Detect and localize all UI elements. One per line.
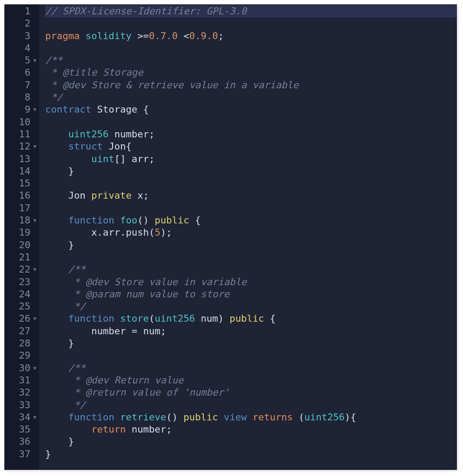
- code-token: return: [91, 424, 132, 435]
- line-number[interactable]: 37▼: [4, 448, 37, 460]
- code-line[interactable]: * @dev Store value in variable: [45, 276, 457, 288]
- code-line[interactable]: [45, 177, 457, 190]
- line-number[interactable]: 7▼: [4, 79, 37, 91]
- line-number[interactable]: 24▼: [4, 288, 37, 300]
- code-line[interactable]: /**: [45, 263, 457, 276]
- line-number-text: 15: [16, 177, 32, 190]
- code-line[interactable]: pragma solidity >=0.7.0 <0.9.0;: [45, 30, 457, 42]
- code-line[interactable]: [45, 251, 457, 263]
- line-number[interactable]: 36▼: [4, 436, 37, 448]
- code-line[interactable]: function foo() public {: [45, 214, 457, 226]
- code-line[interactable]: return number;: [45, 423, 457, 436]
- fold-toggle-icon[interactable]: ▼: [32, 214, 37, 226]
- code-line[interactable]: uint256 number;: [45, 128, 457, 140]
- code-line[interactable]: uint[] arr;: [45, 153, 457, 165]
- code-token: uint256: [155, 313, 201, 324]
- line-number[interactable]: 26▼: [4, 313, 37, 325]
- line-number[interactable]: 34▼: [4, 411, 37, 423]
- code-line[interactable]: /**: [45, 54, 457, 67]
- line-number[interactable]: 2▼: [4, 17, 37, 30]
- code-line[interactable]: }: [45, 436, 457, 448]
- code-line[interactable]: number = num;: [45, 325, 457, 337]
- line-number[interactable]: 33▼: [4, 399, 37, 411]
- line-number[interactable]: 11▼: [4, 128, 37, 140]
- line-number-text: 6: [16, 67, 32, 79]
- code-token: [45, 141, 68, 152]
- line-number[interactable]: 10▼: [4, 116, 37, 128]
- fold-toggle-icon[interactable]: ▼: [32, 411, 37, 423]
- line-number[interactable]: 12▼: [4, 140, 37, 153]
- line-number[interactable]: 25▼: [4, 300, 37, 313]
- line-number[interactable]: 5▼: [4, 54, 37, 67]
- code-token: uint: [91, 153, 114, 164]
- fold-toggle-icon[interactable]: ▼: [32, 54, 37, 67]
- code-line[interactable]: }: [45, 239, 457, 251]
- line-number[interactable]: 15▼: [4, 177, 37, 190]
- code-token: struct: [68, 141, 109, 152]
- line-number[interactable]: 3▼: [4, 30, 37, 42]
- code-token: number;: [132, 424, 172, 435]
- line-number-text: 29: [16, 350, 32, 362]
- code-line[interactable]: * @title Storage: [45, 67, 457, 79]
- fold-toggle-icon[interactable]: ▼: [32, 140, 37, 153]
- fold-toggle-icon[interactable]: ▼: [32, 263, 37, 276]
- line-number[interactable]: 17▼: [4, 202, 37, 214]
- code-editor[interactable]: 1▼2▼3▼4▼5▼6▼7▼8▼9▼10▼11▼12▼13▼14▼15▼16▼1…: [4, 4, 457, 470]
- line-number[interactable]: 6▼: [4, 67, 37, 79]
- line-number[interactable]: 31▼: [4, 374, 37, 386]
- code-line[interactable]: // SPDX-License-Identifier: GPL-3.0: [45, 5, 457, 17]
- code-line[interactable]: /**: [45, 362, 457, 374]
- line-number[interactable]: 19▼: [4, 226, 37, 239]
- line-number[interactable]: 29▼: [4, 350, 37, 362]
- code-line[interactable]: [45, 42, 457, 54]
- code-line[interactable]: }: [45, 337, 457, 350]
- line-number[interactable]: 14▼: [4, 165, 37, 177]
- line-number[interactable]: 9▼: [4, 103, 37, 116]
- code-line[interactable]: contract Storage {: [45, 103, 457, 116]
- code-line[interactable]: */: [45, 300, 457, 313]
- line-number-text: 2: [16, 17, 32, 30]
- code-line[interactable]: [45, 202, 457, 214]
- code-line[interactable]: */: [45, 399, 457, 411]
- fold-toggle-icon[interactable]: ▼: [32, 362, 37, 374]
- line-number[interactable]: 18▼: [4, 214, 37, 226]
- code-line[interactable]: struct Jon{: [45, 140, 457, 153]
- code-line[interactable]: function retrieve() public view returns …: [45, 411, 457, 423]
- code-token: * @dev Store & retrieve value in a varia…: [45, 80, 299, 90]
- line-number[interactable]: 23▼: [4, 276, 37, 288]
- code-token: >=: [137, 30, 149, 41]
- code-line[interactable]: x.arr.push(5);: [45, 226, 457, 239]
- line-number[interactable]: 22▼: [4, 263, 37, 276]
- code-token: */: [45, 399, 86, 410]
- line-number[interactable]: 4▼: [4, 42, 37, 54]
- code-line[interactable]: [45, 17, 457, 30]
- line-number[interactable]: 1▼: [4, 5, 37, 17]
- code-area[interactable]: // SPDX-License-Identifier: GPL-3.0pragm…: [39, 4, 457, 470]
- line-number[interactable]: 8▼: [4, 91, 37, 103]
- code-line[interactable]: * @param num value to store: [45, 288, 457, 300]
- code-line[interactable]: }: [45, 448, 457, 460]
- code-line[interactable]: * @return value of 'number': [45, 386, 457, 399]
- code-token: [45, 412, 68, 423]
- code-line[interactable]: [45, 116, 457, 128]
- code-line[interactable]: * @dev Return value: [45, 374, 457, 386]
- line-number[interactable]: 13▼: [4, 153, 37, 165]
- line-number[interactable]: 27▼: [4, 325, 37, 337]
- code-line[interactable]: */: [45, 91, 457, 103]
- fold-toggle-icon[interactable]: ▼: [32, 313, 37, 325]
- line-number[interactable]: 20▼: [4, 239, 37, 251]
- line-number[interactable]: 35▼: [4, 423, 37, 436]
- code-line[interactable]: function store(uint256 num) public {: [45, 313, 457, 325]
- line-number[interactable]: 32▼: [4, 386, 37, 399]
- code-line[interactable]: Jon private x;: [45, 190, 457, 202]
- line-number[interactable]: 21▼: [4, 251, 37, 263]
- code-line[interactable]: }: [45, 165, 457, 177]
- code-token: 0.7.0: [149, 30, 177, 41]
- code-line[interactable]: [45, 350, 457, 362]
- line-number[interactable]: 28▼: [4, 337, 37, 350]
- line-number[interactable]: 30▼: [4, 362, 37, 374]
- fold-toggle-icon[interactable]: ▼: [32, 103, 37, 116]
- line-number[interactable]: 16▼: [4, 190, 37, 202]
- line-number-gutter[interactable]: 1▼2▼3▼4▼5▼6▼7▼8▼9▼10▼11▼12▼13▼14▼15▼16▼1…: [4, 4, 39, 470]
- code-line[interactable]: * @dev Store & retrieve value in a varia…: [45, 79, 457, 91]
